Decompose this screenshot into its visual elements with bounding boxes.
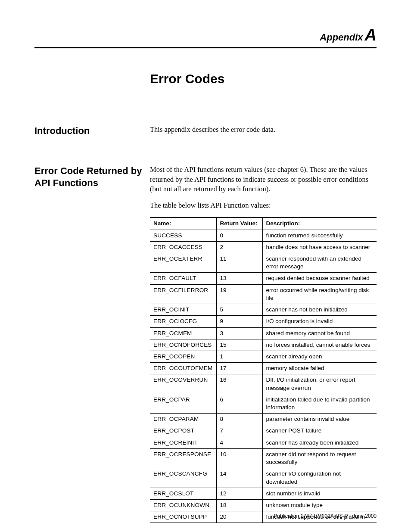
- table-row: ERR_OCOVERRUN16DII, I/O initialization, …: [150, 374, 377, 394]
- api-paragraph-2: The table below lists API Function value…: [150, 201, 377, 210]
- table-row: ERR_OCNOFORCES15no forces installed, can…: [150, 339, 377, 351]
- cell-return-value: 13: [216, 273, 262, 284]
- header-rule-thick: [34, 47, 377, 48]
- cell-description: I/O configuration is invalid: [262, 316, 377, 327]
- cell-description: scanner has not been initialized: [262, 304, 377, 316]
- table-row: ERR_OCACCESS2handle does not have access…: [150, 241, 377, 253]
- cell-description: slot number is invalid: [262, 488, 377, 499]
- cell-return-value: 17: [216, 363, 262, 374]
- cell-name: ERR_OCUNKNOWN: [150, 500, 216, 511]
- page: AppendixA Error Codes Introduction This …: [0, 0, 411, 532]
- cell-name: ERR_OCACCESS: [150, 241, 216, 253]
- cell-description: handle does not have access to scanner: [262, 241, 377, 253]
- cell-return-value: 9: [216, 316, 262, 327]
- intro-paragraph: This appendix describes the error code d…: [150, 125, 377, 134]
- cell-return-value: 4: [216, 437, 262, 448]
- appendix-header: AppendixA: [34, 26, 377, 44]
- table-row: ERR_OCPAR6initialization failed due to i…: [150, 394, 377, 413]
- cell-description: error occurred while reading/writing dis…: [262, 284, 377, 304]
- cell-description: unknown module type: [262, 500, 377, 511]
- cell-name: ERR_OCPAR: [150, 394, 216, 413]
- cell-return-value: 18: [216, 500, 262, 511]
- cell-description: scanner responded with an extended error…: [262, 253, 377, 272]
- table-row: ERR_OCRESPONSE10scanner did not respond …: [150, 448, 377, 468]
- section-heading-api: Error Code Returned by API Functions: [34, 165, 150, 523]
- th-description: Description:: [262, 218, 377, 230]
- cell-return-value: 14: [216, 468, 262, 488]
- cell-description: parameter contains invalid value: [262, 414, 377, 425]
- cell-description: scanner already open: [262, 351, 377, 362]
- cell-return-value: 1: [216, 351, 262, 362]
- cell-description: no forces installed, cannot enable force…: [262, 339, 377, 351]
- table-row: ERR_OCUNKNOWN18unknown module type: [150, 500, 377, 511]
- cell-description: initialization failed due to invalid par…: [262, 394, 377, 413]
- table-row: ERR_OCOPEN1scanner already open: [150, 351, 377, 362]
- cell-return-value: 12: [216, 488, 262, 499]
- cell-description: shared memory cannot be found: [262, 327, 377, 339]
- th-name: Name:: [150, 218, 216, 230]
- cell-name: ERR_OCMEM: [150, 327, 216, 339]
- cell-name: ERR_OCNOFORCES: [150, 339, 216, 351]
- section-heading-introduction: Introduction: [34, 125, 150, 141]
- cell-name: ERR_OCSCANCFG: [150, 468, 216, 488]
- cell-name: ERR_OCREINIT: [150, 437, 216, 448]
- table-row: ERR_OCOUTOFMEM17memory allocate failed: [150, 363, 377, 374]
- cell-name: ERR_OCOPEN: [150, 351, 216, 362]
- cell-name: ERR_OCINIT: [150, 304, 216, 316]
- error-code-table: Name: Return Value: Description: SUCCESS…: [150, 217, 377, 523]
- cell-return-value: 10: [216, 448, 262, 468]
- cell-name: ERR_OCOVERRUN: [150, 374, 216, 394]
- header-rule-thin: [34, 49, 377, 49]
- cell-description: scanner I/O configuration not downloaded: [262, 468, 377, 488]
- cell-name: ERR_OCOUTOFMEM: [150, 363, 216, 374]
- cell-description: scanner did not respond to request succe…: [262, 448, 377, 468]
- publication-footer: Publication 1747-UM002A-US-P - June 2000: [274, 513, 377, 519]
- table-row: ERR_OCEXTERR11scanner responded with an …: [150, 253, 377, 272]
- cell-return-value: 11: [216, 253, 262, 272]
- cell-description: function returned successfully: [262, 230, 377, 241]
- cell-description: request denied because scanner faulted: [262, 273, 377, 284]
- table-row: ERR_OCPOST7scanner POST failure: [150, 425, 377, 437]
- appendix-letter: A: [365, 26, 377, 44]
- table-row: ERR_OCPARAM8parameter contains invalid v…: [150, 414, 377, 425]
- table-row: SUCCESS0function returned successfully: [150, 230, 377, 241]
- section-introduction: Introduction This appendix describes the…: [34, 125, 377, 141]
- cell-name: ERR_OCFILERROR: [150, 284, 216, 304]
- cell-name: ERR_OCRESPONSE: [150, 448, 216, 468]
- section-body-introduction: This appendix describes the error code d…: [150, 125, 377, 141]
- cell-return-value: 8: [216, 414, 262, 425]
- cell-description: scanner has already been initialized: [262, 437, 377, 448]
- cell-return-value: 0: [216, 230, 262, 241]
- cell-description: scanner POST failure: [262, 425, 377, 437]
- cell-name: ERR_OCNOTSUPP: [150, 511, 216, 523]
- cell-name: ERR_OCPOST: [150, 425, 216, 437]
- table-body: SUCCESS0function returned successfullyER…: [150, 230, 377, 523]
- cell-description: memory allocate failed: [262, 363, 377, 374]
- cell-name: SUCCESS: [150, 230, 216, 241]
- cell-name: ERR_OCSLOT: [150, 488, 216, 499]
- table-row: ERR_OCMEM3shared memory cannot be found: [150, 327, 377, 339]
- cell-name: ERR_OCPARAM: [150, 414, 216, 425]
- cell-name: ERR_OCEXTERR: [150, 253, 216, 272]
- cell-return-value: 16: [216, 374, 262, 394]
- table-row: ERR_OCINIT5scanner has not been initiali…: [150, 304, 377, 316]
- cell-return-value: 5: [216, 304, 262, 316]
- table-row: ERR_OCFAULT13request denied because scan…: [150, 273, 377, 284]
- table-row: ERR_OCREINIT4scanner has already been in…: [150, 437, 377, 448]
- api-paragraph-1: Most of the API functions return values …: [150, 165, 377, 194]
- cell-name: ERR_OCIOCFG: [150, 316, 216, 327]
- table-row: ERR_OCSCANCFG14scanner I/O configuration…: [150, 468, 377, 488]
- cell-description: DII, I/O initialization, or error report…: [262, 374, 377, 394]
- section-api-error-codes: Error Code Returned by API Functions Mos…: [34, 165, 377, 523]
- table-header-row: Name: Return Value: Description:: [150, 218, 377, 230]
- cell-return-value: 19: [216, 284, 262, 304]
- chapter-title: Error Codes: [150, 72, 377, 86]
- cell-return-value: 3: [216, 327, 262, 339]
- cell-return-value: 15: [216, 339, 262, 351]
- appendix-word: Appendix: [320, 32, 363, 43]
- cell-return-value: 7: [216, 425, 262, 437]
- table-row: ERR_OCFILERROR19error occurred while rea…: [150, 284, 377, 304]
- th-return-value: Return Value:: [216, 218, 262, 230]
- cell-return-value: 2: [216, 241, 262, 253]
- table-row: ERR_OCSLOT12slot number is invalid: [150, 488, 377, 499]
